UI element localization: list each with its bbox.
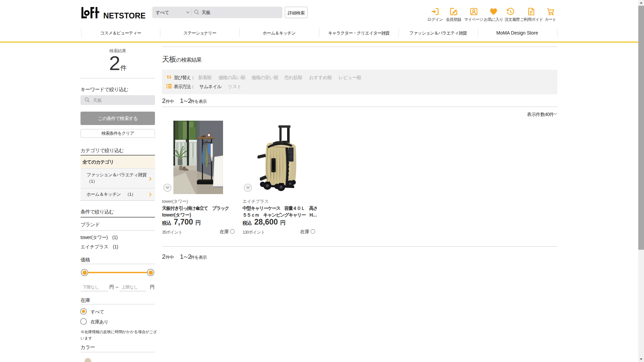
svg-text:NETSTORE: NETSTORE xyxy=(103,11,146,19)
